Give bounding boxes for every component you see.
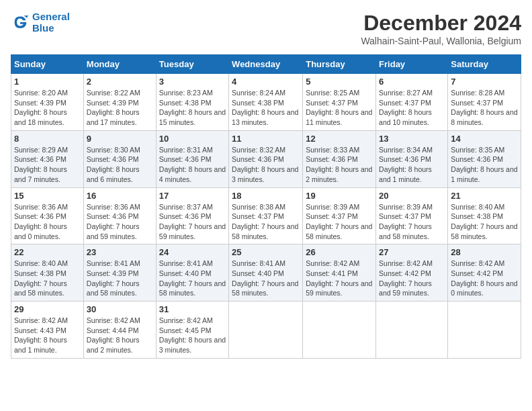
calendar-cell: 24Sunrise: 8:41 AMSunset: 4:40 PMDayligh… bbox=[156, 244, 228, 302]
day-number: 29 bbox=[14, 304, 81, 314]
calendar-cell: 6Sunrise: 8:27 AMSunset: 4:37 PMDaylight… bbox=[376, 74, 448, 131]
day-number: 11 bbox=[232, 134, 300, 144]
day-number: 22 bbox=[14, 247, 81, 257]
day-number: 17 bbox=[159, 191, 226, 201]
weekday-header-wednesday: Wednesday bbox=[229, 55, 303, 74]
day-detail: Sunrise: 8:42 AMSunset: 4:44 PMDaylight:… bbox=[87, 316, 153, 355]
day-detail: Sunrise: 8:42 AMSunset: 4:42 PMDaylight:… bbox=[451, 259, 518, 298]
location-subtitle: Walhain-Saint-Paul, Wallonia, Belgium bbox=[361, 36, 521, 46]
day-detail: Sunrise: 8:37 AMSunset: 4:36 PMDaylight:… bbox=[159, 202, 226, 242]
calendar-cell: 20Sunrise: 8:39 AMSunset: 4:37 PMDayligh… bbox=[376, 187, 448, 244]
day-number: 10 bbox=[159, 134, 226, 144]
calendar-week-row: 1Sunrise: 8:20 AMSunset: 4:39 PMDaylight… bbox=[11, 74, 521, 131]
day-number: 28 bbox=[451, 247, 518, 257]
day-detail: Sunrise: 8:40 AMSunset: 4:38 PMDaylight:… bbox=[14, 259, 81, 298]
day-number: 30 bbox=[87, 304, 153, 314]
day-number: 27 bbox=[379, 247, 445, 257]
day-detail: Sunrise: 8:28 AMSunset: 4:37 PMDaylight:… bbox=[451, 88, 518, 128]
day-detail: Sunrise: 8:41 AMSunset: 4:40 PMDaylight:… bbox=[232, 259, 300, 298]
day-detail: Sunrise: 8:20 AMSunset: 4:39 PMDaylight:… bbox=[14, 88, 81, 128]
day-number: 18 bbox=[232, 191, 300, 201]
calendar-cell: 4Sunrise: 8:24 AMSunset: 4:38 PMDaylight… bbox=[229, 74, 303, 131]
calendar-cell: 27Sunrise: 8:42 AMSunset: 4:42 PMDayligh… bbox=[376, 244, 448, 302]
day-number: 14 bbox=[451, 134, 518, 144]
calendar-week-row: 29Sunrise: 8:42 AMSunset: 4:43 PMDayligh… bbox=[11, 302, 521, 359]
day-detail: Sunrise: 8:27 AMSunset: 4:37 PMDaylight:… bbox=[379, 88, 445, 128]
day-detail: Sunrise: 8:33 AMSunset: 4:36 PMDaylight:… bbox=[306, 145, 373, 185]
calendar-cell: 19Sunrise: 8:39 AMSunset: 4:37 PMDayligh… bbox=[303, 187, 376, 244]
day-number: 25 bbox=[232, 247, 300, 257]
calendar-cell: 16Sunrise: 8:36 AMSunset: 4:36 PMDayligh… bbox=[83, 187, 156, 244]
day-detail: Sunrise: 8:24 AMSunset: 4:38 PMDaylight:… bbox=[232, 88, 300, 128]
calendar-cell: 8Sunrise: 8:29 AMSunset: 4:36 PMDaylight… bbox=[11, 130, 84, 187]
day-detail: Sunrise: 8:30 AMSunset: 4:36 PMDaylight:… bbox=[87, 145, 153, 185]
day-number: 3 bbox=[159, 77, 226, 87]
day-detail: Sunrise: 8:23 AMSunset: 4:38 PMDaylight:… bbox=[159, 88, 226, 128]
calendar-cell: 2Sunrise: 8:22 AMSunset: 4:39 PMDaylight… bbox=[83, 74, 156, 131]
calendar-cell: 9Sunrise: 8:30 AMSunset: 4:36 PMDaylight… bbox=[83, 130, 156, 187]
calendar-cell: 5Sunrise: 8:25 AMSunset: 4:37 PMDaylight… bbox=[303, 74, 376, 131]
day-detail: Sunrise: 8:36 AMSunset: 4:36 PMDaylight:… bbox=[87, 202, 153, 242]
calendar-cell: 26Sunrise: 8:42 AMSunset: 4:41 PMDayligh… bbox=[303, 244, 376, 302]
weekday-header-friday: Friday bbox=[376, 55, 448, 74]
calendar-cell: 29Sunrise: 8:42 AMSunset: 4:43 PMDayligh… bbox=[11, 302, 84, 359]
calendar-cell: 7Sunrise: 8:28 AMSunset: 4:37 PMDaylight… bbox=[448, 74, 521, 131]
calendar-cell: 15Sunrise: 8:36 AMSunset: 4:36 PMDayligh… bbox=[11, 187, 84, 244]
day-detail: Sunrise: 8:36 AMSunset: 4:36 PMDaylight:… bbox=[14, 202, 81, 242]
day-detail: Sunrise: 8:40 AMSunset: 4:38 PMDaylight:… bbox=[451, 202, 518, 242]
calendar-cell: 17Sunrise: 8:37 AMSunset: 4:36 PMDayligh… bbox=[156, 187, 228, 244]
day-detail: Sunrise: 8:35 AMSunset: 4:36 PMDaylight:… bbox=[451, 145, 518, 185]
day-detail: Sunrise: 8:41 AMSunset: 4:39 PMDaylight:… bbox=[87, 259, 153, 298]
calendar-cell: 25Sunrise: 8:41 AMSunset: 4:40 PMDayligh… bbox=[229, 244, 303, 302]
day-number: 5 bbox=[306, 77, 373, 87]
calendar-cell bbox=[448, 302, 521, 359]
calendar-week-row: 15Sunrise: 8:36 AMSunset: 4:36 PMDayligh… bbox=[11, 187, 521, 244]
calendar-cell: 28Sunrise: 8:42 AMSunset: 4:42 PMDayligh… bbox=[448, 244, 521, 302]
calendar-cell bbox=[229, 302, 303, 359]
calendar-cell: 22Sunrise: 8:40 AMSunset: 4:38 PMDayligh… bbox=[11, 244, 84, 302]
day-detail: Sunrise: 8:39 AMSunset: 4:37 PMDaylight:… bbox=[379, 202, 445, 242]
calendar-cell: 18Sunrise: 8:38 AMSunset: 4:37 PMDayligh… bbox=[229, 187, 303, 244]
day-number: 7 bbox=[451, 77, 518, 87]
day-number: 6 bbox=[379, 77, 445, 87]
weekday-header-sunday: Sunday bbox=[11, 55, 84, 74]
calendar-cell: 23Sunrise: 8:41 AMSunset: 4:39 PMDayligh… bbox=[83, 244, 156, 302]
calendar-cell: 12Sunrise: 8:33 AMSunset: 4:36 PMDayligh… bbox=[303, 130, 376, 187]
calendar-cell: 13Sunrise: 8:34 AMSunset: 4:36 PMDayligh… bbox=[376, 130, 448, 187]
calendar-cell: 1Sunrise: 8:20 AMSunset: 4:39 PMDaylight… bbox=[11, 74, 84, 131]
day-detail: Sunrise: 8:34 AMSunset: 4:36 PMDaylight:… bbox=[379, 145, 445, 185]
weekday-header-tuesday: Tuesday bbox=[156, 55, 228, 74]
title-area: December 2024 Walhain-Saint-Paul, Wallon… bbox=[361, 11, 521, 46]
weekday-header-saturday: Saturday bbox=[448, 55, 521, 74]
day-number: 21 bbox=[451, 191, 518, 201]
day-number: 2 bbox=[87, 77, 153, 87]
day-number: 23 bbox=[87, 247, 153, 257]
day-detail: Sunrise: 8:41 AMSunset: 4:40 PMDaylight:… bbox=[159, 259, 226, 298]
day-detail: Sunrise: 8:32 AMSunset: 4:36 PMDaylight:… bbox=[232, 145, 300, 185]
day-detail: Sunrise: 8:22 AMSunset: 4:39 PMDaylight:… bbox=[87, 88, 153, 128]
day-number: 12 bbox=[306, 134, 373, 144]
day-number: 15 bbox=[14, 191, 81, 201]
day-detail: Sunrise: 8:25 AMSunset: 4:37 PMDaylight:… bbox=[306, 88, 373, 128]
month-year-title: December 2024 bbox=[361, 11, 521, 36]
day-number: 20 bbox=[379, 191, 445, 201]
weekday-header-monday: Monday bbox=[83, 55, 156, 74]
calendar-cell: 14Sunrise: 8:35 AMSunset: 4:36 PMDayligh… bbox=[448, 130, 521, 187]
calendar-cell: 10Sunrise: 8:31 AMSunset: 4:36 PMDayligh… bbox=[156, 130, 228, 187]
day-detail: Sunrise: 8:42 AMSunset: 4:41 PMDaylight:… bbox=[306, 259, 373, 298]
day-number: 9 bbox=[87, 134, 153, 144]
day-detail: Sunrise: 8:29 AMSunset: 4:36 PMDaylight:… bbox=[14, 145, 81, 185]
day-number: 24 bbox=[159, 247, 226, 257]
calendar-cell bbox=[303, 302, 376, 359]
day-detail: Sunrise: 8:38 AMSunset: 4:37 PMDaylight:… bbox=[232, 202, 300, 242]
calendar-cell: 21Sunrise: 8:40 AMSunset: 4:38 PMDayligh… bbox=[448, 187, 521, 244]
weekday-header-row: SundayMondayTuesdayWednesdayThursdayFrid… bbox=[11, 55, 521, 74]
day-detail: Sunrise: 8:42 AMSunset: 4:43 PMDaylight:… bbox=[14, 316, 81, 355]
day-number: 16 bbox=[87, 191, 153, 201]
logo-text: General Blue bbox=[32, 11, 70, 34]
calendar-table: SundayMondayTuesdayWednesdayThursdayFrid… bbox=[11, 54, 521, 359]
day-number: 1 bbox=[14, 77, 81, 87]
calendar-cell: 30Sunrise: 8:42 AMSunset: 4:44 PMDayligh… bbox=[83, 302, 156, 359]
day-number: 31 bbox=[159, 304, 226, 314]
calendar-cell: 31Sunrise: 8:42 AMSunset: 4:45 PMDayligh… bbox=[156, 302, 228, 359]
